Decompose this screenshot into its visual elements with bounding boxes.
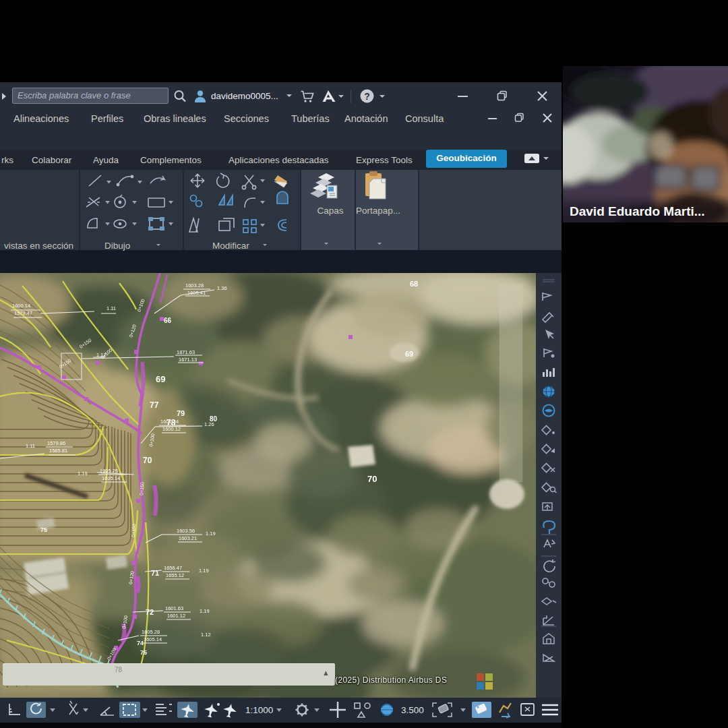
svg-text:1656.47: 1656.47 [164,565,182,571]
svg-text:1.19: 1.19 [200,608,210,614]
svg-text:69: 69 [405,350,413,358]
svg-text:0+100: 0+100 [148,433,155,447]
svg-text:0+150: 0+150 [139,482,145,495]
svg-text:70: 70 [367,474,377,484]
svg-text:75: 75 [40,526,47,533]
svg-text:1655.12: 1655.12 [166,572,184,578]
svg-text:79: 79 [177,409,185,417]
svg-text:66: 66 [164,317,172,324]
svg-text:?: ? [364,91,370,102]
svg-text:1.11: 1.11 [26,443,35,449]
svg-text:69: 69 [156,374,165,384]
svg-text:1605.14: 1605.14 [102,475,120,481]
svg-text:0+120: 0+120 [128,324,137,338]
svg-text:0+100: 0+100 [136,298,145,312]
svg-text:1.12: 1.12 [201,632,211,638]
svg-text:1.19: 1.19 [199,568,209,574]
svg-text:David Eduardo Marti...: David Eduardo Marti... [570,204,705,218]
svg-text:3.500: 3.500 [401,705,424,715]
svg-text:68: 68 [410,280,418,288]
svg-text:78: 78 [166,418,176,427]
svg-text:1600.14: 1600.14 [12,303,30,309]
svg-text:1:1000: 1:1000 [245,705,273,715]
svg-text:0+100: 0+100 [121,615,128,629]
svg-text:1579.86: 1579.86 [47,440,65,446]
svg-text:1.19: 1.19 [206,530,216,537]
svg-text:1605.28: 1605.28 [142,629,160,635]
svg-text:74: 74 [137,640,144,646]
svg-text:72: 72 [146,608,154,616]
svg-text:1.19: 1.19 [78,471,88,477]
svg-text:1605.14: 1605.14 [144,636,162,642]
svg-text:1585.81: 1585.81 [49,448,67,454]
svg-text:1871.63: 1871.63 [177,349,195,355]
svg-text:1.11: 1.11 [107,305,116,311]
svg-text:1579.47: 1579.47 [14,310,32,316]
svg-text:1603.28: 1603.28 [185,282,204,289]
svg-text:80: 80 [210,415,218,423]
svg-text:1601.63: 1601.63 [165,605,183,611]
svg-text:0+150: 0+150 [59,358,72,369]
svg-text:1.36: 1.36 [217,285,227,291]
svg-text:0+120: 0+120 [128,571,135,585]
svg-text:77: 77 [150,400,159,410]
svg-text:1605.25: 1605.25 [100,468,118,474]
svg-text:1671.13: 1671.13 [179,357,197,363]
svg-text:0+150: 0+150 [79,338,92,349]
svg-text:1603.21: 1603.21 [179,535,197,541]
svg-text:1605.41: 1605.41 [187,290,206,296]
svg-text:1601.12: 1601.12 [167,613,185,619]
svg-text:71: 71 [151,569,159,577]
svg-text:1603.56: 1603.56 [177,528,195,534]
svg-text:70: 70 [143,456,152,465]
svg-text:75: 75 [140,649,147,656]
